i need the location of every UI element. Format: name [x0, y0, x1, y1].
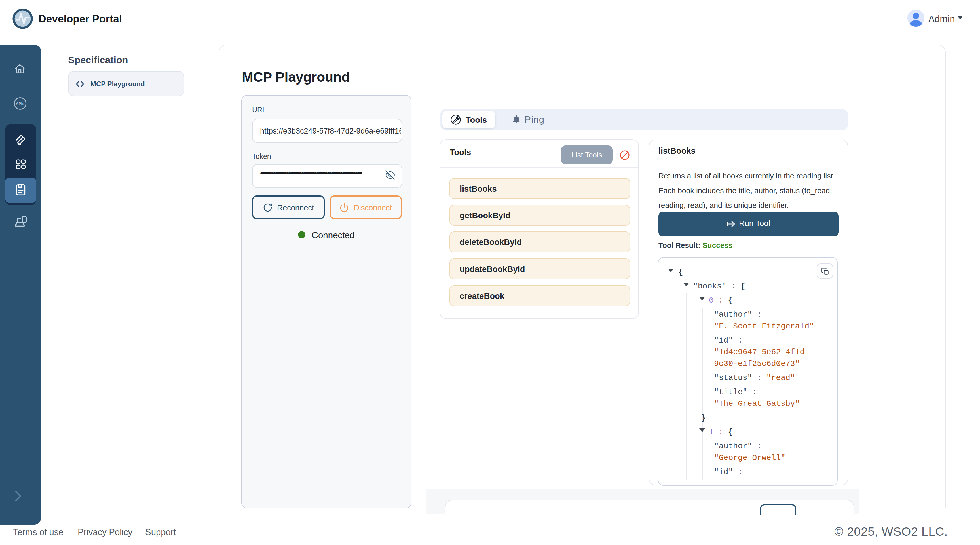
svg-text:APIs: APIs [16, 102, 24, 106]
